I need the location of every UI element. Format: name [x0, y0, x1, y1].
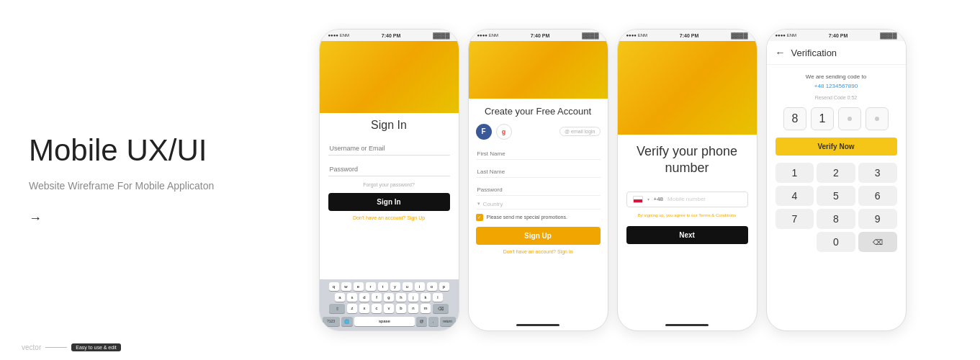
- phone4-body: We are sending code to +48 1234567890 Re…: [767, 65, 906, 261]
- key-i[interactable]: i: [415, 282, 425, 291]
- numpad-5[interactable]: 5: [817, 186, 855, 206]
- firstname-input[interactable]: [476, 148, 601, 160]
- next-button[interactable]: Next: [626, 226, 748, 244]
- key-t[interactable]: t: [378, 282, 388, 291]
- promo-label: Please send me special promotions.: [487, 215, 567, 220]
- social-row: F g @ email login: [476, 124, 601, 140]
- key-l[interactable]: l: [433, 293, 443, 302]
- code-digit-3[interactable]: [838, 107, 861, 130]
- phone-input-row[interactable]: ▾ +48 Mobile number: [626, 192, 748, 207]
- phone4-header: ← Verification: [767, 41, 906, 65]
- key-y[interactable]: y: [390, 282, 400, 291]
- key-m[interactable]: m: [421, 304, 431, 313]
- code-digit-2[interactable]: 1: [811, 107, 834, 130]
- key-d[interactable]: d: [359, 293, 369, 302]
- no-account-text: Don't have an account? Sign Up: [328, 215, 450, 220]
- key-shift[interactable]: ⇧: [329, 304, 345, 313]
- signin-button[interactable]: Sign In: [328, 193, 450, 211]
- numpad-7[interactable]: 7: [776, 209, 814, 229]
- key-at[interactable]: @: [416, 317, 426, 326]
- key-c[interactable]: c: [372, 304, 382, 313]
- key-o[interactable]: o: [427, 282, 437, 291]
- signin-link[interactable]: Sign in: [557, 249, 572, 254]
- password-input-2[interactable]: [476, 184, 601, 196]
- facebook-icon[interactable]: F: [476, 124, 492, 140]
- carrier-3: ●●●● ENM: [626, 33, 648, 37]
- key-j[interactable]: j: [408, 293, 418, 302]
- checkbox-checked[interactable]: ✓: [476, 214, 483, 221]
- key-space[interactable]: spase: [354, 317, 415, 326]
- footer-divider: [45, 347, 67, 348]
- footer-brand: vector: [22, 343, 41, 351]
- username-input[interactable]: [328, 142, 450, 156]
- status-bar-2: ●●●● ENM 7:40 PM ▓▓▓▓: [469, 30, 608, 41]
- forgot-password[interactable]: Forgot your password?: [328, 182, 450, 187]
- battery-3: ▓▓▓▓: [731, 32, 747, 39]
- email-login-tag[interactable]: @ email login: [559, 127, 601, 136]
- key-q[interactable]: q: [329, 282, 339, 291]
- terms-link[interactable]: Terms & Conditions: [698, 213, 736, 217]
- verify-now-button[interactable]: Verify Now: [776, 138, 897, 156]
- numpad-2[interactable]: 2: [817, 163, 855, 183]
- numpad-0[interactable]: 0: [817, 232, 855, 252]
- key-p[interactable]: p: [439, 282, 449, 291]
- key-comma[interactable]: ,: [428, 317, 439, 326]
- key-u[interactable]: u: [403, 282, 413, 291]
- key-x[interactable]: x: [359, 304, 369, 313]
- lastname-input[interactable]: [476, 166, 601, 178]
- signup-link[interactable]: Sign Up: [407, 215, 425, 220]
- key-f[interactable]: f: [372, 293, 382, 302]
- key-n[interactable]: n: [408, 304, 418, 313]
- key-g[interactable]: g: [384, 293, 394, 302]
- numpad-8[interactable]: 8: [817, 209, 855, 229]
- time-2: 7:40 PM: [531, 33, 549, 38]
- key-b[interactable]: b: [396, 304, 406, 313]
- no-account-2: Don't have an account? Sign in: [476, 249, 601, 254]
- phone2-body: Create your Free Account F g @ email log…: [469, 99, 608, 261]
- numpad-4[interactable]: 4: [776, 186, 814, 206]
- mobile-number-placeholder: Mobile number: [667, 196, 741, 202]
- numpad-9[interactable]: 9: [858, 209, 897, 229]
- code-digit-1[interactable]: 8: [783, 107, 806, 130]
- key-r[interactable]: r: [366, 282, 376, 291]
- subtitle: Website Wireframe For Mobile Applicaton: [29, 179, 216, 194]
- key-h[interactable]: h: [396, 293, 406, 302]
- google-icon[interactable]: g: [496, 124, 512, 140]
- verify-title: Verify your phone number: [626, 143, 748, 177]
- phone3-body: Verify your phone number ▾ +48 Mobile nu…: [618, 135, 757, 253]
- phone-verify: ●●●● ENM 7:40 PM ▓▓▓▓ Verify your phone …: [617, 29, 758, 331]
- footer: vector Easy to use & edit: [22, 343, 121, 351]
- key-v[interactable]: v: [384, 304, 394, 313]
- phone-create-account: ●●●● ENM 7:40 PM ▓▓▓▓ Create your Free A…: [468, 29, 608, 331]
- numpad-3[interactable]: 3: [858, 163, 897, 183]
- password-input[interactable]: [328, 163, 450, 176]
- key-delete[interactable]: ⌫: [433, 304, 449, 313]
- key-a[interactable]: a: [335, 293, 345, 302]
- key-s[interactable]: s: [347, 293, 357, 302]
- phones-area: ●●●● ENM 7:40 PM ▓▓▓▓ Sign In Forgot you…: [245, 14, 980, 346]
- code-input-row: 8 1: [776, 107, 897, 130]
- time-4: 7:40 PM: [829, 33, 848, 38]
- numpad-6[interactable]: 6: [858, 186, 897, 206]
- code-digit-4[interactable]: [866, 107, 889, 130]
- key-globe[interactable]: 🌐: [341, 317, 353, 326]
- country-row[interactable]: ▾ Country: [476, 199, 601, 210]
- resend-code-text[interactable]: Resend Code 0:52: [776, 95, 897, 100]
- carrier-4: ●●●● ENM: [776, 33, 797, 37]
- dropdown-arrow: ▾: [647, 197, 649, 202]
- numpad-delete[interactable]: ⌫: [858, 232, 897, 252]
- signup-button[interactable]: Sign Up: [476, 227, 601, 245]
- status-bar-3: ●●●● ENM 7:40 PM ▓▓▓▓: [618, 30, 757, 41]
- key-e[interactable]: e: [354, 282, 364, 291]
- key-z[interactable]: z: [347, 304, 357, 313]
- numpad-1[interactable]: 1: [776, 163, 814, 183]
- key-k[interactable]: k: [421, 293, 431, 302]
- arrow-button[interactable]: →: [29, 211, 42, 226]
- carrier-2: ●●●● ENM: [477, 33, 499, 37]
- key-num[interactable]: ?123: [323, 317, 340, 326]
- key-w[interactable]: w: [341, 282, 351, 291]
- back-arrow-icon[interactable]: ←: [776, 47, 786, 58]
- battery-4: ▓▓▓▓: [880, 32, 896, 39]
- code-dot-3: [848, 117, 852, 121]
- key-return[interactable]: return: [440, 317, 456, 326]
